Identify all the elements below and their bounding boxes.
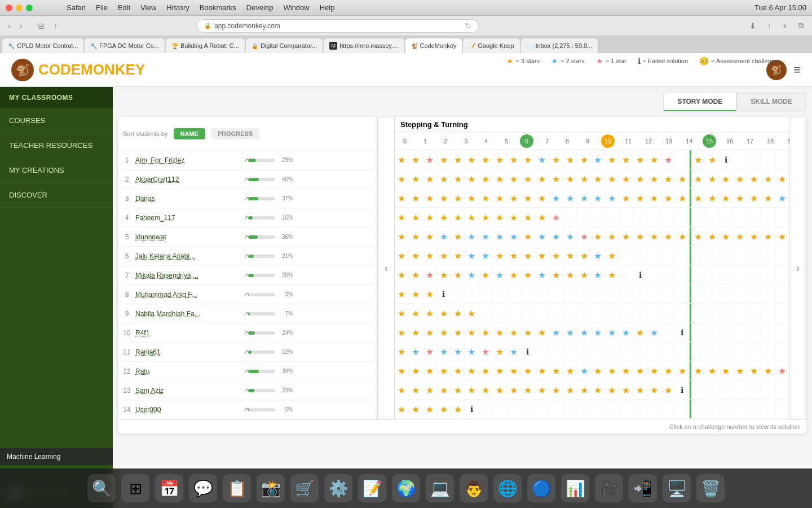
share-icon[interactable]: ↑ <box>50 20 61 32</box>
challenge-num-18[interactable]: 18 <box>760 133 780 150</box>
dock-settings[interactable]: ⚙️ <box>324 474 352 502</box>
dock-finder[interactable]: 🔍 <box>87 474 116 502</box>
dock-ios[interactable]: 📲 <box>629 474 657 502</box>
challenge-num-15[interactable]: 15 <box>703 134 716 148</box>
dock-browser[interactable]: 🌐 <box>493 474 522 502</box>
export-icon[interactable]: ↗ <box>244 406 248 413</box>
student-name[interactable]: R4f1 <box>135 329 240 337</box>
sidebar-item-discover[interactable]: DISCOVER <box>0 183 113 208</box>
challenge-num-9[interactable]: 9 <box>577 133 598 150</box>
challenge-num-2[interactable]: 2 <box>435 133 456 150</box>
dock-trash[interactable]: 🗑️ <box>696 474 725 502</box>
export-icon[interactable]: ↗ <box>244 253 248 259</box>
challenge-num-14[interactable]: 14 <box>679 133 699 150</box>
menu-history[interactable]: History <box>166 3 189 12</box>
challenge-num-16[interactable]: 16 <box>720 133 740 150</box>
challenge-num-10[interactable]: 10 <box>601 134 615 148</box>
reload-icon[interactable]: ↻ <box>465 21 471 30</box>
tab-inbox[interactable]: ✉️ Inbox (2,275 : 59,0... <box>521 38 598 53</box>
dock-zoom[interactable]: 🎥 <box>595 474 623 502</box>
challenge-num-11[interactable]: 11 <box>618 133 638 150</box>
menu-bookmarks[interactable]: Bookmarks <box>200 3 236 12</box>
student-name[interactable]: Rania61 <box>135 348 240 356</box>
dock-terminal[interactable]: 💻 <box>426 474 454 502</box>
back-button[interactable]: ‹ <box>5 20 14 32</box>
minimize-button[interactable] <box>16 5 23 11</box>
export-icon[interactable]: ↗ <box>244 330 248 336</box>
dock-messages[interactable]: 💬 <box>189 474 217 502</box>
export-icon[interactable]: ↗ <box>244 349 248 355</box>
close-button[interactable] <box>6 5 12 11</box>
export-icon[interactable]: ↗ <box>244 368 248 374</box>
tab-codemonkey[interactable]: 🐒 CodeMonkey <box>405 38 462 53</box>
tab-robot[interactable]: 🏆 Building A Robot: C... <box>166 38 245 53</box>
menu-help[interactable]: Help <box>320 3 335 12</box>
student-name[interactable]: AkbarCraft112 <box>135 176 240 183</box>
challenge-num-4[interactable]: 4 <box>476 133 496 150</box>
tab-story-mode[interactable]: STORY MODE <box>663 93 736 111</box>
student-name[interactable]: Aim_For_Frizlez <box>135 156 240 164</box>
tab-googlekeep[interactable]: 📝 Google Keep <box>463 38 519 53</box>
student-name[interactable]: Jalu Kelana Ariabi... <box>135 252 240 260</box>
student-name[interactable]: Faheem_117 <box>135 214 240 222</box>
tab-skill-mode[interactable]: SKILL MODE <box>736 93 806 111</box>
sort-by-progress-button[interactable]: PROGRESS <box>211 128 259 139</box>
menu-view[interactable]: View <box>140 3 156 12</box>
export-icon[interactable]: ↗ <box>244 214 248 221</box>
dock-appstore[interactable]: 🛒 <box>290 474 319 502</box>
dock-excel[interactable]: 📊 <box>561 474 589 502</box>
tab-fpga[interactable]: 🔧 FPGA DC Motor Co... <box>85 38 165 53</box>
sidebar-item-courses[interactable]: COURSES <box>0 108 113 133</box>
fullscreen-button[interactable] <box>26 5 33 11</box>
challenge-num-17[interactable]: 17 <box>740 133 760 150</box>
student-name[interactable]: User000 <box>135 406 240 414</box>
challenge-num-12[interactable]: 12 <box>638 133 659 150</box>
challenge-num-19[interactable]: 19 <box>780 133 789 150</box>
forward-button[interactable]: › <box>16 20 26 32</box>
student-name[interactable]: Sam Aziz <box>135 387 240 395</box>
student-name[interactable]: Mikala Rasendriya ... <box>135 271 240 279</box>
dock-calendar[interactable]: 📅 <box>155 474 183 502</box>
sidebar-item-teacher-resources[interactable]: TEACHER RESOURCES <box>0 133 113 158</box>
menu-window[interactable]: Window <box>283 3 309 12</box>
student-name[interactable]: Darias <box>135 195 240 203</box>
url-bar[interactable]: 🔒 app.codemonkey.com ↻ <box>197 19 479 33</box>
student-name[interactable]: Muhammad Ariiq F... <box>135 291 240 299</box>
challenge-num-13[interactable]: 13 <box>659 133 679 150</box>
mac-traffic-lights[interactable] <box>6 5 33 11</box>
export-icon[interactable]: ↗ <box>244 387 248 393</box>
challenge-num-3[interactable]: 3 <box>456 133 476 150</box>
tab-cpld[interactable]: 🔧 CPLD Motor Control... <box>2 38 83 53</box>
sidebar-toggle[interactable]: ⊞ <box>34 20 48 32</box>
dock-editor[interactable]: 🖥️ <box>663 474 691 502</box>
scroll-right-button[interactable]: › <box>789 117 806 419</box>
export-icon[interactable]: ↗ <box>244 310 248 317</box>
sort-by-name-button[interactable]: NAME <box>174 128 205 139</box>
dock-reminders[interactable]: 📋 <box>223 474 251 502</box>
challenge-num-7[interactable]: 7 <box>537 133 557 150</box>
export-icon[interactable]: ↗ <box>244 157 248 163</box>
dock-notes[interactable]: 📝 <box>358 474 386 502</box>
sidebar-item-my-creations[interactable]: MY CREATIONS <box>0 158 113 183</box>
download-icon[interactable]: ⬇ <box>746 20 760 32</box>
export-icon[interactable]: ↗ <box>244 195 248 202</box>
dock-safari[interactable]: 🌍 <box>392 474 420 502</box>
menu-safari[interactable]: Safari <box>67 3 86 12</box>
dock-photos[interactable]: 📸 <box>257 474 285 502</box>
student-name[interactable]: idunnowat <box>135 233 240 241</box>
share-button[interactable]: ↑ <box>764 20 775 32</box>
hamburger-menu-icon[interactable]: ≡ <box>793 63 801 77</box>
menu-develop[interactable]: Develop <box>246 3 273 12</box>
dock-moustache[interactable]: 👨 <box>460 474 488 502</box>
tab-mro[interactable]: M https://mro.massey.... <box>324 38 404 53</box>
challenge-num-8[interactable]: 8 <box>557 133 577 150</box>
tab-digital[interactable]: 🔒 Digital Comparator... <box>246 38 323 53</box>
menu-file[interactable]: File <box>96 3 108 12</box>
tabs-button[interactable]: ⧉ <box>795 20 807 32</box>
export-icon[interactable]: ↗ <box>244 176 248 182</box>
challenge-num-5[interactable]: 5 <box>496 133 517 150</box>
challenge-num-1[interactable]: 1 <box>415 133 435 150</box>
challenge-num-0[interactable]: 0 <box>395 133 415 150</box>
scroll-left-button[interactable]: ‹ <box>378 117 395 419</box>
student-name[interactable]: Ratu <box>135 367 240 375</box>
